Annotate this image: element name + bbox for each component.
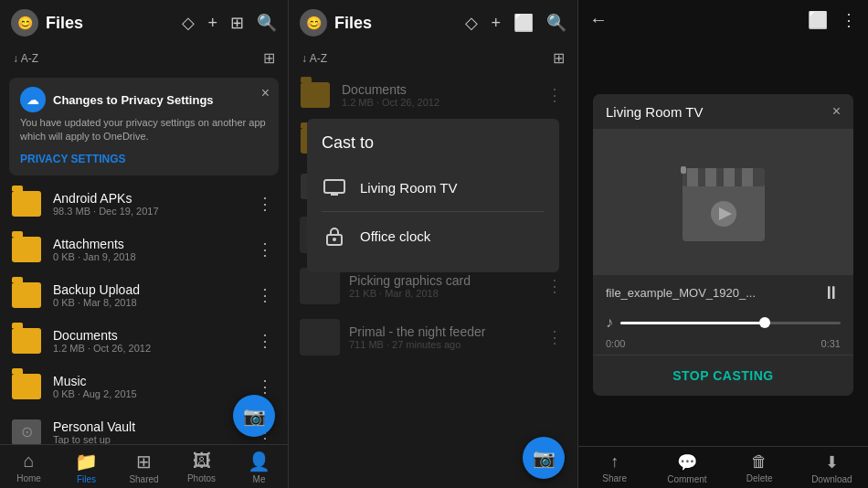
item-menu-icon[interactable]: ⋮ bbox=[253, 190, 277, 217]
list-item[interactable]: Backup Upload 0 KB · Mar 8, 2018 ⋮ bbox=[0, 272, 288, 318]
nav-share-label: Share bbox=[602, 473, 627, 483]
mid-panel-title: Files bbox=[334, 14, 458, 33]
cast-card-header: Living Room TV × bbox=[593, 94, 853, 129]
tv-icon bbox=[322, 175, 347, 200]
svg-point-4 bbox=[333, 238, 336, 241]
left-topbar: 😊 Files ◇ + ⊞ 🔍 bbox=[0, 0, 288, 46]
cast-screen-icon[interactable]: ⬜ bbox=[808, 10, 828, 30]
cast-filename-row: file_example_MOV_1920_... ⏸ bbox=[593, 275, 853, 311]
cast-device-tv[interactable]: Living Room TV bbox=[322, 165, 545, 209]
cast-to-overlay: Cast to Living Room TV Office clock bbox=[307, 119, 559, 272]
download-icon: ⬇ bbox=[825, 452, 839, 472]
mid-topbar: 😊 Files ◇ + ⬜ 🔍 bbox=[289, 0, 577, 46]
seek-thumb[interactable] bbox=[759, 317, 770, 328]
sort-label: ↓ A-Z bbox=[302, 52, 327, 65]
search-icon[interactable]: 🔍 bbox=[546, 13, 566, 33]
search-icon[interactable]: 🔍 bbox=[257, 13, 277, 33]
view-toggle[interactable]: ⊞ bbox=[553, 49, 565, 67]
nav-comment-label: Comment bbox=[667, 474, 706, 484]
avatar[interactable]: 😊 bbox=[300, 9, 327, 37]
seek-bar[interactable] bbox=[620, 322, 841, 324]
camera-fab[interactable]: 📷 bbox=[523, 437, 565, 479]
notif-link[interactable]: PRIVACY SETTINGS bbox=[20, 153, 126, 165]
svg-rect-11 bbox=[681, 166, 686, 174]
nav-shared-label: Shared bbox=[129, 474, 158, 484]
right-panel: ← ⬜ ⋮ Living Room TV × bbox=[578, 0, 868, 488]
svg-rect-0 bbox=[324, 180, 344, 193]
add-icon[interactable]: + bbox=[491, 14, 501, 33]
cloud-icon: ☁ bbox=[20, 87, 46, 112]
item-menu-icon[interactable]: ⋮ bbox=[543, 81, 566, 109]
seek-filled bbox=[620, 322, 764, 324]
cast-seek-row: ♪ bbox=[593, 311, 853, 338]
nav-download[interactable]: ⬇ Download bbox=[796, 452, 868, 484]
cast-card: Living Room TV × f bbox=[593, 94, 853, 396]
pause-icon[interactable]: ⏸ bbox=[822, 282, 841, 303]
photos-icon: 🖼 bbox=[193, 451, 211, 472]
music-note-icon: ♪ bbox=[606, 314, 613, 331]
list-item[interactable]: Documents 1.2 MB · Oct 26, 2012 ⋮ bbox=[0, 318, 288, 364]
list-item[interactable]: Attachments 0 KB · Jan 9, 2018 ⋮ bbox=[0, 227, 288, 272]
list-item[interactable]: Documents 1.2 MB · Oct 26, 2012 ⋮ bbox=[289, 72, 577, 118]
nav-comment[interactable]: 💬 Comment bbox=[651, 452, 723, 484]
left-topbar-icons: ◇ + ⊞ 🔍 bbox=[182, 13, 277, 33]
notification-banner: ☁ Changes to Privacy Settings × You have… bbox=[9, 78, 279, 175]
folder-icon bbox=[12, 374, 41, 399]
cast-tv-label: Living Room TV bbox=[360, 180, 457, 196]
view-toggle[interactable]: ⊞ bbox=[263, 49, 275, 67]
svg-rect-8 bbox=[705, 168, 716, 186]
mid-sortbar: ↓ A-Z ⊞ bbox=[289, 46, 577, 72]
nav-share[interactable]: ↑ Share bbox=[578, 452, 651, 484]
more-icon[interactable]: ⋮ bbox=[841, 10, 857, 30]
notif-title: Changes to Privacy Settings bbox=[53, 93, 214, 107]
item-menu-icon[interactable]: ⋮ bbox=[253, 236, 277, 263]
me-icon: 👤 bbox=[248, 451, 270, 472]
sort-label: ↓ A-Z bbox=[13, 52, 38, 65]
item-menu-icon[interactable]: ⋮ bbox=[543, 324, 566, 351]
nav-files-label: Files bbox=[77, 474, 96, 484]
left-bottom-nav: ⌂ Home 📁 Files ⊞ Shared 🖼 Photos 👤 Me bbox=[0, 444, 288, 488]
avatar[interactable]: 😊 bbox=[11, 9, 38, 37]
nav-download-label: Download bbox=[811, 474, 852, 484]
nav-files[interactable]: 📁 Files bbox=[58, 451, 115, 484]
stop-casting-label: STOP CASTING bbox=[672, 368, 774, 383]
diamond-icon[interactable]: ◇ bbox=[465, 13, 478, 33]
item-menu-icon[interactable]: ⋮ bbox=[253, 281, 277, 309]
folder-icon bbox=[12, 328, 41, 354]
stop-casting-button[interactable]: STOP CASTING bbox=[593, 355, 853, 396]
add-icon[interactable]: + bbox=[207, 14, 217, 33]
delete-icon: 🗑 bbox=[751, 452, 767, 472]
notif-close-button[interactable]: × bbox=[261, 85, 270, 101]
list-item[interactable]: Android APKs 98.3 MB · Dec 19, 2017 ⋮ bbox=[0, 181, 288, 227]
nav-delete[interactable]: 🗑 Delete bbox=[724, 452, 796, 484]
nav-photos-label: Photos bbox=[187, 473, 216, 483]
clapperboard-icon bbox=[673, 159, 774, 246]
grid-icon[interactable]: ⊞ bbox=[230, 13, 244, 33]
nav-home[interactable]: ⌂ Home bbox=[0, 451, 58, 484]
cast-card-title: Living Room TV bbox=[606, 104, 703, 120]
diamond-icon[interactable]: ◇ bbox=[182, 13, 195, 33]
shared-icon: ⊞ bbox=[136, 451, 152, 472]
folder-icon bbox=[12, 237, 41, 262]
mid-topbar-icons: ◇ + ⬜ 🔍 bbox=[465, 13, 566, 33]
cast-device-clock[interactable]: Office clock bbox=[322, 214, 545, 258]
cast-video-preview bbox=[593, 129, 853, 275]
folder-icon bbox=[301, 82, 330, 108]
cast-card-close-button[interactable]: × bbox=[832, 103, 841, 120]
cast-icon[interactable]: ⬜ bbox=[513, 13, 534, 33]
nav-photos[interactable]: 🖼 Photos bbox=[173, 451, 230, 484]
lock-icon bbox=[322, 223, 347, 249]
back-icon[interactable]: ← bbox=[589, 9, 608, 30]
item-menu-icon[interactable]: ⋮ bbox=[543, 272, 566, 300]
nav-me[interactable]: 👤 Me bbox=[230, 451, 288, 484]
nav-shared[interactable]: ⊞ Shared bbox=[115, 451, 173, 484]
left-panel-title: Files bbox=[46, 14, 175, 33]
right-topbar-icons: ⬜ ⋮ bbox=[808, 10, 857, 30]
cast-to-title: Cast to bbox=[322, 133, 545, 153]
camera-fab[interactable]: 📷 bbox=[233, 395, 275, 437]
list-item[interactable]: Primal - the night feeder 711 MB · 27 mi… bbox=[289, 312, 577, 363]
item-menu-icon[interactable]: ⋮ bbox=[253, 327, 277, 355]
nav-me-label: Me bbox=[253, 474, 266, 484]
vault-icon: ⊙ bbox=[12, 419, 41, 444]
cast-time-current: 0:00 bbox=[606, 338, 625, 349]
